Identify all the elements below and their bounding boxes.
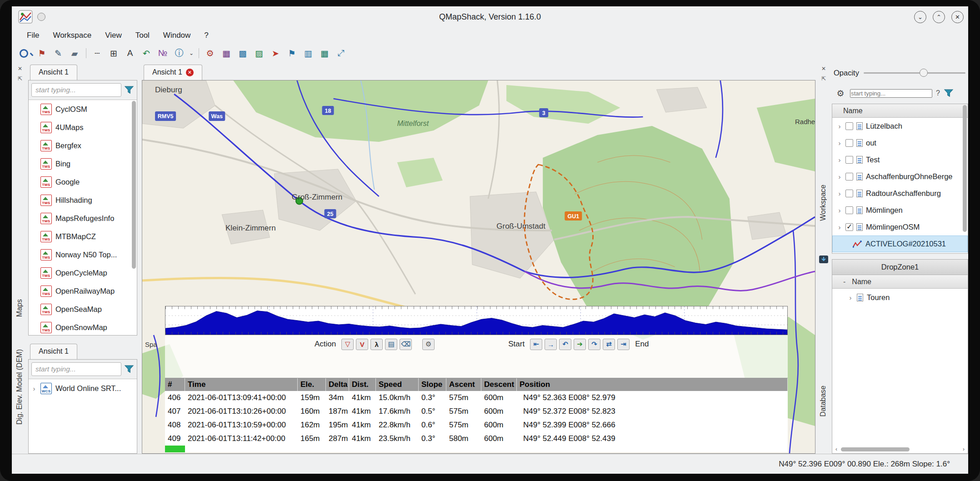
workspace-project-item[interactable]: › Mömlingen: [832, 202, 968, 219]
map-list-item[interactable]: › TMS Bing: [29, 155, 137, 173]
opacity-slider-handle[interactable]: [920, 69, 928, 77]
range-action-icon[interactable]: ⌫: [400, 339, 412, 350]
visibility-checkbox[interactable]: [845, 122, 853, 130]
menu-item[interactable]: Workspace: [46, 28, 98, 43]
workspace-search-input[interactable]: [850, 89, 932, 98]
dropzone-name-header[interactable]: - Name: [832, 275, 968, 289]
range-move-icon[interactable]: ⇄: [603, 339, 615, 350]
range-move-icon[interactable]: ⇤: [530, 339, 542, 350]
maps-dock-tab[interactable]: Maps: [15, 299, 24, 317]
close-tab-icon[interactable]: ✕: [186, 69, 194, 76]
visibility-checkbox[interactable]: [845, 156, 853, 164]
toolbar-icon[interactable]: ⌄: [188, 46, 195, 60]
expander-icon[interactable]: ›: [837, 139, 842, 147]
expander-icon[interactable]: ›: [31, 385, 37, 392]
dropzone-icon[interactable]: [818, 254, 829, 265]
range-move-icon[interactable]: ➔: [574, 339, 586, 350]
toolbar-icon[interactable]: ⚑: [35, 46, 49, 60]
visibility-checkbox[interactable]: [845, 223, 853, 231]
map-view[interactable]: RMV5 Was 18 3: [142, 80, 815, 454]
dock-close-icon[interactable]: ✕: [820, 65, 828, 72]
menu-item[interactable]: Tool: [129, 28, 156, 43]
menu-item[interactable]: Window: [156, 28, 197, 43]
menu-item[interactable]: ?: [197, 28, 215, 43]
map-list-item[interactable]: › TMS Hillshading: [29, 191, 137, 209]
dem-search-input[interactable]: [31, 362, 121, 376]
horizontal-scrollbar[interactable]: ‹ ›: [832, 445, 968, 453]
dem-list-item[interactable]: › WCS World Online SRT...: [29, 379, 137, 397]
scroll-right-icon[interactable]: ›: [960, 446, 967, 452]
visibility-checkbox[interactable]: [845, 206, 853, 214]
database-dock-tab[interactable]: Database: [819, 386, 827, 417]
map-view-tab[interactable]: Ansicht 1 ✕: [144, 65, 202, 80]
range-move-icon[interactable]: ↶: [559, 339, 571, 350]
toolbar-icon[interactable]: ┄: [90, 46, 105, 60]
maximize-button[interactable]: ⌃: [933, 11, 945, 23]
workspace-name-header[interactable]: Name: [832, 104, 968, 118]
workspace-dock-tab[interactable]: Workspace: [819, 185, 827, 221]
minimize-button[interactable]: ⌄: [914, 11, 926, 23]
collapse-icon[interactable]: -: [843, 278, 845, 286]
workspace-project-item[interactable]: › RadtourAschaffenburg: [832, 185, 968, 202]
title-bar[interactable]: QMapShack, Version 1.16.0 ⌄ ⌃ ✕: [12, 6, 968, 27]
visibility-checkbox[interactable]: [845, 173, 853, 180]
expander-icon[interactable]: ›: [837, 206, 842, 214]
range-action-icon[interactable]: ▤: [385, 339, 397, 350]
maps-search-input[interactable]: [31, 83, 121, 97]
expander-icon[interactable]: ›: [837, 173, 842, 180]
map-list-item[interactable]: › TMS OpenSnowMap: [29, 318, 137, 335]
scroll-left-icon[interactable]: ‹: [833, 446, 840, 452]
map-list-item[interactable]: › TMS MTBMapCZ: [29, 227, 137, 246]
table-header-cell[interactable]: #: [165, 378, 185, 391]
range-move-icon[interactable]: →: [545, 339, 557, 350]
dropzone-title[interactable]: DropZone1: [832, 260, 968, 275]
toolbar-icon[interactable]: ⓘ: [172, 46, 186, 60]
toolbar-icon[interactable]: №: [155, 46, 170, 60]
toolbar-icon[interactable]: ▩: [235, 46, 250, 60]
map-list-item[interactable]: › TMS OpenCycleMap: [29, 264, 137, 282]
table-header-cell[interactable]: Speed: [376, 378, 419, 391]
visibility-checkbox[interactable]: [845, 139, 853, 147]
range-action-icon[interactable]: ▽: [341, 339, 354, 350]
track-item-active[interactable]: ACTIVELOG#20210531: [832, 235, 968, 252]
map-list-item[interactable]: › TMS OpenSeaMap: [29, 300, 137, 318]
toolbar-icon[interactable]: ⊞: [106, 46, 121, 60]
workspace-scrollbar[interactable]: [963, 105, 967, 252]
map-list-item[interactable]: › TMS 4UMaps: [29, 118, 137, 136]
maps-scrollbar[interactable]: [132, 101, 136, 334]
toolbar-icon[interactable]: ▥: [301, 46, 315, 60]
table-header-cell[interactable]: Ele.: [298, 378, 326, 391]
workspace-project-item[interactable]: › Lützelbach: [832, 118, 968, 135]
toolbar-icon[interactable]: ➤: [268, 46, 283, 60]
map-list-item[interactable]: › TMS Norway N50 Top...: [29, 246, 137, 264]
expander-icon[interactable]: ›: [848, 294, 853, 301]
opacity-slider[interactable]: [864, 68, 965, 77]
toolbar-icon[interactable]: ▦: [317, 46, 332, 60]
table-header-cell[interactable]: Position: [517, 378, 788, 391]
touren-item[interactable]: › Touren: [832, 289, 968, 306]
dem-tab-ansicht1[interactable]: Ansicht 1: [30, 344, 77, 359]
table-header-cell[interactable]: Time: [185, 378, 298, 391]
toolbar-icon[interactable]: ▰: [67, 46, 82, 60]
toolbar-icon[interactable]: ↶: [139, 46, 154, 60]
map-list-item[interactable]: › TMS Google: [29, 173, 137, 191]
expander-icon[interactable]: ›: [837, 156, 842, 164]
map-list-item[interactable]: › TMS Bergfex: [29, 136, 137, 155]
visibility-checkbox[interactable]: [845, 190, 853, 197]
table-row[interactable]: 408 2021-06-01T13:10:59+00:00 162m 195m …: [165, 418, 788, 432]
elevation-profile[interactable]: [165, 306, 788, 335]
expander-icon[interactable]: ›: [837, 190, 842, 197]
table-row-partial[interactable]: [165, 446, 788, 452]
map-list-item[interactable]: › TMS CyclOSM: [29, 100, 137, 118]
range-action-icon[interactable]: V: [356, 339, 368, 350]
range-move-icon[interactable]: ⇥: [617, 339, 630, 350]
workspace-settings-gear-icon[interactable]: ⚙: [834, 86, 847, 100]
expander-icon[interactable]: ›: [837, 122, 842, 130]
toolbar-icon[interactable]: ▦: [219, 46, 234, 60]
table-header-cell[interactable]: Slope: [419, 378, 446, 391]
workspace-project-item[interactable]: › Test: [832, 151, 968, 168]
table-header-cell[interactable]: Descent: [481, 378, 517, 391]
filter-icon[interactable]: [124, 365, 134, 373]
toolbar-icon[interactable]: [84, 46, 88, 60]
menu-item[interactable]: View: [98, 28, 129, 43]
